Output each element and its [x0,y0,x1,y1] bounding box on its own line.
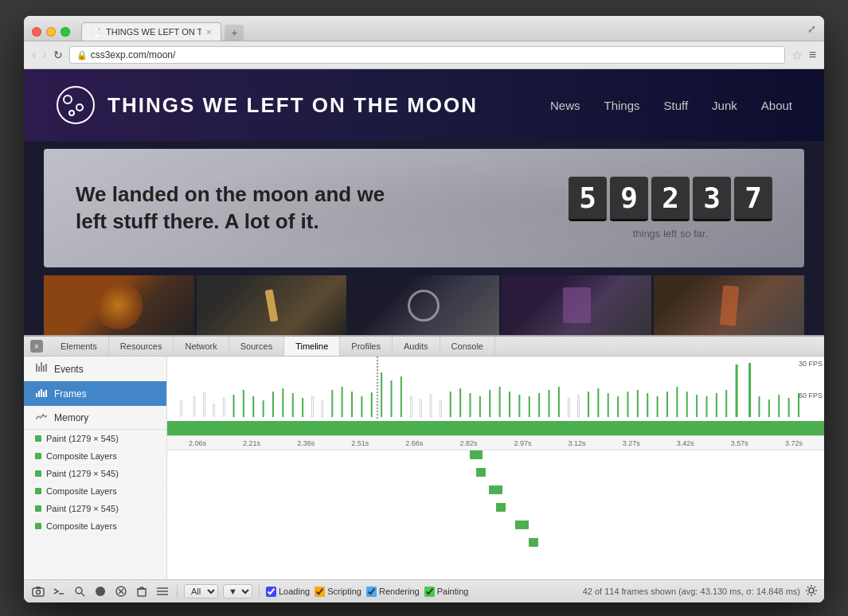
devtools-tabs: × Elements Resources Network Sources Tim… [24,337,824,357]
svg-rect-50 [538,393,540,417]
devtools-tab-network[interactable]: Network [174,337,229,356]
svg-rect-73 [768,400,770,417]
refresh-btn[interactable]: ↻ [53,49,63,61]
console-btn[interactable] [51,583,67,599]
ruler-tick-11: 3.72s [767,439,821,447]
svg-rect-7 [43,365,45,372]
settings-btn[interactable] [805,584,818,599]
frames-chart-svg [167,357,824,420]
timeline-row-2 [167,485,824,503]
nav-news[interactable]: News [550,99,580,112]
url-field[interactable]: 🔒 css3exp.com/moon/ [69,46,785,64]
svg-rect-52 [558,387,560,417]
rendering-checkbox-group[interactable]: Rendering [366,587,420,597]
painting-checkbox-group[interactable]: Painting [424,587,469,597]
svg-point-0 [57,87,94,123]
thumbnail-5[interactable] [654,275,804,335]
svg-rect-38 [420,400,422,417]
event-block-3a [496,503,506,512]
event-label-2: Paint (1279 × 545) [24,465,167,481]
window-expand-btn[interactable]: ⤢ [807,23,816,40]
svg-rect-43 [470,393,471,417]
svg-rect-58 [617,396,619,417]
gear-icon [805,584,818,597]
thumbnail-4[interactable] [502,275,652,335]
stop-btn[interactable] [113,583,129,599]
bookmark-btn[interactable]: ☆ [791,48,803,63]
devtools-tab-sources[interactable]: Sources [229,337,284,356]
browser-tab-active[interactable]: 📄 THINGS WE LEFT ON THE × [81,22,221,41]
loading-checkbox-group[interactable]: Loading [266,587,310,597]
devtools-tab-timeline[interactable]: Timeline [284,337,340,356]
ruler-tick-7: 3.12s [550,439,604,447]
title-bar: 📄 THINGS WE LEFT ON THE × + ⤢ [24,16,824,41]
event-row-1: Composite Layers [24,447,166,465]
ruler-tick-9: 3.42s [658,439,713,447]
nav-about[interactable]: About [761,99,792,112]
rendering-checkbox[interactable] [366,587,377,597]
thumbnail-2[interactable] [197,275,347,335]
delete-btn[interactable] [134,583,150,599]
svg-rect-20 [243,390,244,417]
devtools-item-frames[interactable]: Frames [24,381,166,406]
painting-checkbox[interactable] [424,587,435,597]
forward-btn[interactable]: › [42,48,46,62]
ruler-tick-2: 2.36s [279,439,333,447]
svg-rect-88 [138,589,146,596]
devtools-tab-resources[interactable]: Resources [109,337,174,356]
svg-rect-49 [529,396,530,417]
svg-point-3 [69,111,74,115]
tab-bar: 📄 THINGS WE LEFT ON THE × + [81,22,801,41]
event-label-3: Composite Layers [24,482,167,499]
filter-all-select[interactable]: All [184,584,218,598]
devtools-tab-console[interactable]: Console [440,337,495,356]
devtools-right-panel: 30 FPS 60 FPS [167,357,824,579]
svg-point-82 [76,587,82,594]
devtools-item-events[interactable]: Events [24,357,166,381]
event-text-2: Paint (1279 × 545) [46,469,119,478]
moon-logo-icon [56,85,96,125]
menu-btn[interactable]: ≡ [809,48,816,62]
svg-rect-12 [43,392,45,397]
scripting-checkbox[interactable] [315,587,325,597]
svg-rect-8 [45,364,47,372]
nav-stuff[interactable]: Stuff [664,99,689,112]
back-btn[interactable]: ‹ [32,48,36,62]
maximize-traffic-light[interactable] [61,27,70,37]
svg-rect-74 [778,395,780,417]
ruler-tick-0: 2.06s [170,439,225,447]
record-btn[interactable] [92,583,108,599]
devtools-close-btn[interactable]: × [30,340,43,353]
svg-rect-68 [716,393,717,417]
nav-things[interactable]: Things [604,99,639,112]
events-icon [35,362,48,376]
svg-rect-35 [391,380,393,417]
filter-dropdown[interactable]: ▼ [223,584,252,598]
devtools-left-panel: Events Frames [24,357,167,579]
timeline-row-1 [167,468,824,485]
tab-close-btn[interactable]: × [206,27,211,37]
thumbnail-3[interactable] [349,275,499,335]
url-lock-icon: 🔒 [76,50,88,60]
event-text-4: Paint (1279 × 545) [46,504,119,513]
record-screenshot-btn[interactable] [30,583,46,599]
scripting-checkbox-group[interactable]: Scripting [315,587,361,597]
timeline-row-3 [167,503,824,520]
close-traffic-light[interactable] [32,27,41,37]
event-block-4a [515,520,529,529]
devtools-tab-elements[interactable]: Elements [49,337,109,356]
devtools-item-memory[interactable]: Memory [24,406,166,429]
minimize-traffic-light[interactable] [46,27,56,37]
svg-rect-37 [410,396,412,417]
search-timeline-btn[interactable] [72,583,88,599]
devtools-tab-profiles[interactable]: Profiles [340,337,393,356]
lines-btn[interactable] [154,583,170,599]
loading-checkbox[interactable] [266,587,276,597]
timeline-track-4 [167,520,824,538]
thumbnail-1[interactable] [44,275,194,335]
nav-junk[interactable]: Junk [712,99,737,112]
devtools-tab-audits[interactable]: Audits [393,337,440,356]
svg-rect-10 [38,391,40,397]
fps-60-label: 60 FPS [799,392,823,400]
new-tab-btn[interactable]: + [225,25,244,41]
